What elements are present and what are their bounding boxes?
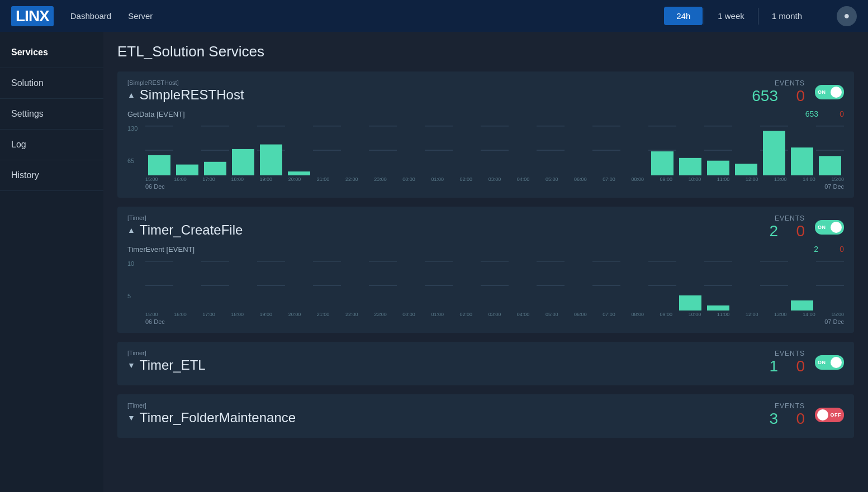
events-section: EVENTS 3 0 OFF bbox=[756, 402, 844, 428]
xlabel-6: 21:00 bbox=[317, 176, 330, 182]
service-type-tag: [Timer] bbox=[127, 350, 756, 356]
chart-svg bbox=[145, 125, 844, 175]
events-label: EVENTS bbox=[752, 79, 805, 87]
svg-rect-4 bbox=[204, 162, 226, 175]
chevron-icon[interactable]: ▼ bbox=[127, 413, 135, 422]
events-label: EVENTS bbox=[756, 350, 805, 357]
time-btn-1week[interactable]: 1 week bbox=[705, 7, 757, 25]
events-count-red: 0 bbox=[788, 410, 805, 428]
xlabel-5: 20:00 bbox=[288, 312, 301, 317]
services-container: [SimpleRESTHost] ▲ SimpleRESTHost EVENTS… bbox=[117, 71, 854, 438]
sidebar-item-solution[interactable]: Solution bbox=[0, 68, 103, 99]
sidebar-item-settings[interactable]: Settings bbox=[0, 99, 103, 130]
service-header: [Timer] ▼ Timer_FolderMaintenance EVENTS… bbox=[127, 402, 844, 428]
logo: LINX bbox=[11, 6, 54, 26]
xlabel-20: 11:00 bbox=[717, 176, 730, 182]
svg-rect-12 bbox=[763, 131, 785, 175]
nav-server[interactable]: Server bbox=[128, 11, 153, 21]
xlabel-6: 21:00 bbox=[317, 312, 330, 317]
xlabel-5: 20:00 bbox=[288, 176, 301, 182]
service-name: Timer_CreateFile bbox=[140, 222, 243, 238]
toggle-0[interactable]: ON bbox=[815, 85, 844, 99]
events-header: EVENTS 3 0 bbox=[756, 402, 805, 428]
xlabel-2: 17:00 bbox=[202, 176, 215, 182]
xlabel-0: 15:00 bbox=[145, 312, 158, 317]
main-content: ETL_Solution Services [SimpleRESTHost] ▲… bbox=[103, 32, 868, 492]
xlabel-22: 13:00 bbox=[774, 176, 787, 182]
time-buttons: 24h 1 week 1 month bbox=[664, 7, 814, 25]
events-header: EVENTS 2 0 bbox=[756, 214, 805, 240]
events-count-green: 1 bbox=[756, 357, 778, 375]
xlabel-7: 22:00 bbox=[345, 176, 358, 182]
xlabel-13: 04:00 bbox=[517, 176, 530, 182]
service-meta: [Timer] ▲ Timer_CreateFile bbox=[127, 214, 756, 238]
chevron-icon[interactable]: ▲ bbox=[127, 90, 135, 99]
events-section: EVENTS 1 0 ON bbox=[756, 350, 844, 375]
service-card-1: [Timer] ▲ Timer_CreateFile EVENTS 2 0 ON bbox=[117, 207, 854, 333]
events-header: EVENTS 1 0 bbox=[756, 350, 805, 375]
sidebar: Services Solution Settings Log History bbox=[0, 32, 103, 492]
chevron-icon[interactable]: ▲ bbox=[127, 226, 135, 235]
xlabel-16: 07:00 bbox=[603, 176, 615, 182]
sidebar-item-history[interactable]: History bbox=[0, 160, 103, 191]
xlabel-22: 13:00 bbox=[774, 312, 787, 317]
event-name: TimerEvent [EVENT] bbox=[127, 245, 796, 254]
time-btn-24h[interactable]: 24h bbox=[664, 7, 703, 25]
xlabel-12: 03:00 bbox=[488, 312, 501, 317]
svg-rect-9 bbox=[679, 158, 701, 175]
event-name: GetData [EVENT] bbox=[127, 110, 796, 118]
xlabel-19: 10:00 bbox=[689, 176, 701, 182]
sidebar-item-services[interactable]: Services bbox=[0, 37, 103, 68]
xlabel-24: 15:00 bbox=[831, 312, 844, 317]
xlabel-1: 16:00 bbox=[174, 176, 187, 182]
events-label: EVENTS bbox=[756, 214, 805, 222]
chart-dates: 06 Dec 07 Dec bbox=[145, 183, 844, 190]
xlabel-16: 07:00 bbox=[603, 312, 615, 317]
date-left: 06 Dec bbox=[145, 183, 165, 190]
svg-rect-19 bbox=[791, 300, 813, 311]
events-label: EVENTS bbox=[756, 402, 805, 410]
xlabel-14: 05:00 bbox=[546, 176, 558, 182]
xlabel-0: 15:00 bbox=[145, 176, 158, 182]
svg-rect-11 bbox=[735, 164, 757, 175]
nav-dashboard[interactable]: Dashboard bbox=[70, 11, 111, 21]
chart-y-labels: 10 5 bbox=[127, 260, 145, 325]
chart-container: 10 5 15:0016:0017:0018:0019:0020:0021:00… bbox=[127, 260, 844, 325]
xlabel-23: 14:00 bbox=[803, 312, 815, 317]
svg-rect-14 bbox=[819, 156, 841, 175]
time-divider-2 bbox=[758, 8, 758, 25]
xlabel-2: 17:00 bbox=[202, 312, 215, 317]
time-btn-1month[interactable]: 1 month bbox=[760, 7, 814, 25]
xlabel-21: 12:00 bbox=[746, 312, 758, 317]
date-right: 07 Dec bbox=[824, 183, 844, 190]
xlabel-19: 10:00 bbox=[689, 312, 701, 317]
service-type-tag: [Timer] bbox=[127, 402, 756, 409]
svg-rect-5 bbox=[232, 149, 254, 175]
date-right: 07 Dec bbox=[824, 318, 844, 325]
chart-svg bbox=[145, 260, 844, 311]
xlabel-9: 00:00 bbox=[402, 176, 415, 182]
svg-rect-7 bbox=[288, 171, 310, 175]
svg-rect-2 bbox=[148, 155, 170, 175]
toggle-3[interactable]: OFF bbox=[815, 408, 844, 422]
service-name-row: ▲ SimpleRESTHost bbox=[127, 87, 752, 103]
service-name-row: ▼ Timer_FolderMaintenance bbox=[127, 410, 756, 426]
toggle-2[interactable]: ON bbox=[815, 355, 844, 370]
user-avatar[interactable]: ● bbox=[837, 6, 857, 26]
xlabel-11: 02:00 bbox=[460, 176, 473, 182]
xlabel-17: 08:00 bbox=[631, 312, 644, 317]
xlabel-15: 06:00 bbox=[574, 312, 587, 317]
events-count-green: 653 bbox=[752, 87, 778, 105]
service-card-0: [SimpleRESTHost] ▲ SimpleRESTHost EVENTS… bbox=[117, 71, 854, 198]
svg-rect-18 bbox=[707, 305, 729, 311]
event-count-red: 0 bbox=[827, 109, 844, 118]
time-divider-1 bbox=[704, 8, 704, 25]
sidebar-item-log[interactable]: Log bbox=[0, 130, 103, 160]
chevron-icon[interactable]: ▼ bbox=[127, 361, 135, 370]
xlabel-4: 19:00 bbox=[260, 176, 273, 182]
toggle-1[interactable]: ON bbox=[815, 220, 844, 235]
service-name: Timer_FolderMaintenance bbox=[140, 410, 296, 426]
service-type-tag: [Timer] bbox=[127, 214, 756, 221]
xlabel-18: 09:00 bbox=[660, 176, 673, 182]
xlabel-17: 08:00 bbox=[631, 176, 644, 182]
